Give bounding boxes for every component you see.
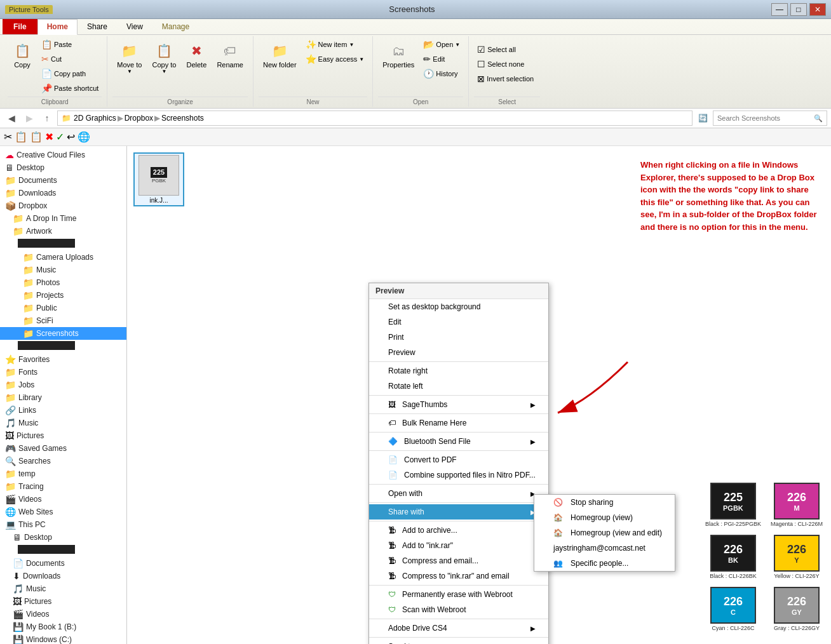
sidebar-item-this-pc[interactable]: 💻 This PC	[0, 518, 126, 531]
toolbar-undo-icon[interactable]: ✓	[56, 131, 64, 143]
paste-shortcut-button[interactable]: 📌 Paste shortcut	[38, 81, 102, 95]
toolbar-copy-icon[interactable]: 📋	[15, 131, 27, 143]
sidebar-item-my-book[interactable]: 💾 My Book 1 (B:)	[0, 621, 126, 633]
context-menu-scan-webroot[interactable]: 🛡 Scan with Webroot	[369, 602, 548, 617]
path-part-1[interactable]: 2D Graphics	[74, 114, 116, 123]
context-menu-sagethumbs[interactable]: 🖼 SageThumbs ▶	[369, 397, 548, 412]
context-menu-compress-rar-email[interactable]: 🗜 Compress to "ink.rar" and email	[369, 568, 548, 584]
sidebar-item-music-pc[interactable]: 🎵 Music	[0, 582, 126, 595]
up-button[interactable]: ↑	[39, 111, 55, 126]
tab-view[interactable]: View	[117, 19, 152, 34]
context-menu-adobe-drive[interactable]: Adobe Drive CS4 ▶	[369, 621, 548, 636]
submenu-specific-people[interactable]: 👥 Specific people...	[534, 556, 675, 571]
invert-selection-button[interactable]: ⊠ Invert selection	[474, 72, 537, 86]
context-menu-preview[interactable]: Preview	[369, 345, 548, 360]
select-all-button[interactable]: ☑ Select all	[474, 43, 537, 57]
tab-manage[interactable]: Manage	[152, 19, 199, 34]
select-none-button[interactable]: ☐ Select none	[474, 57, 537, 71]
sidebar-item-videos[interactable]: 🎬 Videos	[0, 493, 126, 506]
sidebar-item-artwork[interactable]: 📁 Artwork	[0, 225, 126, 238]
sidebar-item-desktop-fav[interactable]: 🖥 Desktop	[0, 161, 126, 174]
sidebar-item-library[interactable]: 📁 Library	[0, 391, 126, 404]
history-button[interactable]: 🕐 History	[420, 67, 463, 81]
sidebar-item-desktop-pc[interactable]: 🖥 Desktop	[0, 531, 126, 544]
context-menu-convert-pdf[interactable]: 📄 Convert to PDF	[369, 452, 548, 467]
back-button[interactable]: ◀	[4, 111, 19, 126]
sidebar-item-projects[interactable]: 📁 Projects	[0, 289, 126, 302]
context-menu-open-with[interactable]: Open with ▶	[369, 486, 548, 501]
sidebar-item-camera-uploads[interactable]: 📁 Camera Uploads	[0, 251, 126, 264]
context-menu-bulk-rename[interactable]: 🏷 Bulk Rename Here	[369, 415, 548, 431]
context-menu-add-archive[interactable]: 🗜 Add to archive...	[369, 523, 548, 538]
submenu-stop-sharing[interactable]: 🚫 Stop sharing	[534, 495, 675, 510]
sidebar-item-jobs[interactable]: 📁 Jobs	[0, 379, 126, 391]
context-menu-set-desktop[interactable]: Set as desktop background	[369, 299, 548, 314]
sidebar-item-photos[interactable]: 📁 Photos	[0, 276, 126, 289]
context-menu-add-rar[interactable]: 🗜 Add to "ink.rar"	[369, 538, 548, 553]
sidebar-item-dropbox[interactable]: 📦 Dropbox	[0, 199, 126, 212]
sidebar-item-documents[interactable]: 📁 Documents	[0, 174, 126, 187]
forward-button[interactable]: ▶	[22, 111, 37, 126]
refresh-button[interactable]: 🔄	[695, 111, 710, 126]
sidebar-item-links[interactable]: 🔗 Links	[0, 404, 126, 417]
move-to-button[interactable]: 📁 Move to ▼	[112, 37, 146, 77]
edit-button[interactable]: ✏ Edit	[420, 52, 463, 66]
sidebar-item-creative-cloud[interactable]: ☁ Creative Cloud Files	[0, 149, 126, 161]
sidebar-item-pictures[interactable]: 🖼 Pictures	[0, 429, 126, 442]
sidebar-item-websites[interactable]: 🌐 Web Sites	[0, 506, 126, 518]
search-input[interactable]	[717, 114, 814, 122]
sidebar-item-screenshots[interactable]: 📁 Screenshots	[0, 327, 126, 340]
delete-button[interactable]: ✖ Delete	[182, 37, 211, 72]
sidebar-item-scifi[interactable]: 📁 SciFi	[0, 314, 126, 327]
paste-button[interactable]: 📋 Paste	[38, 37, 102, 51]
search-box[interactable]: 🔍	[713, 111, 827, 126]
sidebar-item-temp[interactable]: 📁 temp	[0, 467, 126, 480]
toolbar-delete-icon[interactable]: ✖	[45, 131, 53, 143]
tab-home[interactable]: Home	[37, 19, 78, 35]
minimize-button[interactable]: —	[771, 3, 788, 16]
tab-share[interactable]: Share	[78, 19, 117, 34]
easy-access-button[interactable]: ⭐ Easy access ▼	[302, 52, 368, 66]
address-path[interactable]: 📁 2D Graphics ▶ Dropbox ▶ Screenshots	[57, 111, 692, 126]
copy-path-button[interactable]: 📄 Copy path	[38, 67, 102, 81]
maximize-button[interactable]: □	[790, 3, 807, 16]
title-bar-controls[interactable]: — □ ✕	[771, 3, 826, 16]
new-folder-button[interactable]: 📁 New folder	[259, 37, 301, 72]
sidebar-item-fonts[interactable]: 📁 Fonts	[0, 366, 126, 379]
sidebar-item-favorites[interactable]: ⭐ Favorites	[0, 353, 126, 366]
toolbar-globe-icon[interactable]: 🌐	[78, 131, 90, 143]
context-menu-edit[interactable]: Edit	[369, 314, 548, 330]
context-menu-compress-email[interactable]: 🗜 Compress and email...	[369, 553, 548, 568]
sidebar-item-documents-pc[interactable]: 📄 Documents	[0, 557, 126, 570]
sidebar-item-saved-games[interactable]: 🎮 Saved Games	[0, 442, 126, 455]
path-part-2[interactable]: Dropbox	[125, 114, 153, 123]
sidebar-item-videos-pc[interactable]: 🎬 Videos	[0, 608, 126, 621]
toolbar-redo-icon[interactable]: ↩	[67, 131, 75, 143]
context-menu-rotate-right[interactable]: Rotate right	[369, 363, 548, 379]
context-menu-print[interactable]: Print	[369, 330, 548, 345]
context-menu[interactable]: Preview Set as desktop background Edit P…	[368, 283, 549, 644]
context-menu-bluetooth[interactable]: 🔷 Bluetooth Send File ▶	[369, 434, 548, 449]
share-with-submenu[interactable]: 🚫 Stop sharing 🏠 Homegroup (view) 🏠 Home…	[534, 494, 675, 572]
cut-button[interactable]: ✂ Cut	[38, 52, 102, 66]
copy-to-button[interactable]: 📋 Copy to ▼	[147, 37, 180, 77]
toolbar-cut-icon[interactable]: ✂	[4, 131, 12, 143]
submenu-homegroup-view[interactable]: 🏠 Homegroup (view)	[534, 510, 675, 525]
path-part-3[interactable]: Screenshots	[161, 114, 204, 123]
sidebar-item-downloads[interactable]: 📁 Downloads	[0, 187, 126, 199]
copy-button-large[interactable]: 📋 Copy	[8, 37, 37, 72]
sidebar-item-searches[interactable]: 🔍 Searches	[0, 455, 126, 467]
tab-file[interactable]: File	[3, 19, 37, 34]
new-item-button[interactable]: ✨ New item ▼	[302, 37, 368, 51]
sidebar-item-public[interactable]: 📁 Public	[0, 302, 126, 314]
sidebar-item-tracing[interactable]: 📁 Tracing	[0, 480, 126, 493]
sidebar-item-a-drop-in-time[interactable]: 📁 A Drop In Time	[0, 212, 126, 225]
toolbar-paste-icon[interactable]: 📋	[30, 131, 43, 143]
context-menu-erase-webroot[interactable]: 🛡 Permanently erase with Webroot	[369, 587, 548, 602]
submenu-homegroup-view-edit[interactable]: 🏠 Homegroup (view and edit)	[534, 525, 675, 540]
submenu-email[interactable]: jaystringham@comcast.net	[534, 540, 675, 556]
open-button[interactable]: 📂 Open ▼	[420, 37, 463, 51]
sidebar-item-windows-c[interactable]: 💾 Windows (C:)	[0, 633, 126, 644]
sidebar-item-music2[interactable]: 🎵 Music	[0, 417, 126, 429]
rename-button[interactable]: 🏷 Rename	[212, 37, 248, 72]
